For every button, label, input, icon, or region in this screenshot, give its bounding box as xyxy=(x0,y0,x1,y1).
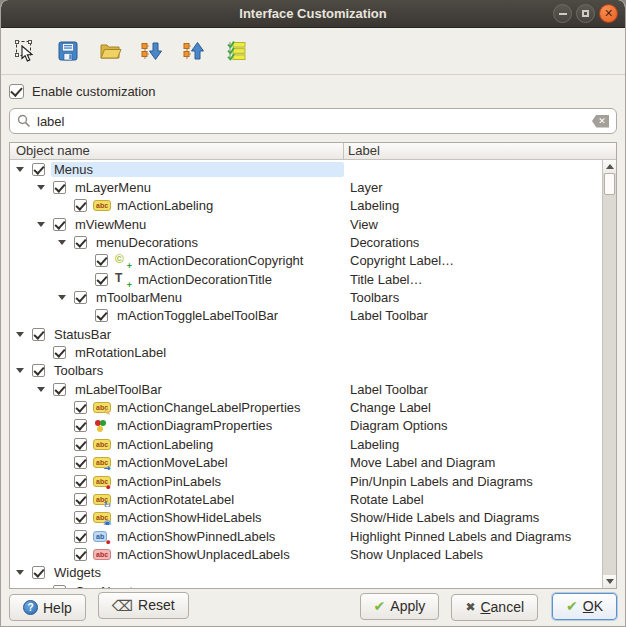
titlebar[interactable]: Interface Customization ✕ xyxy=(1,0,625,28)
tree-row[interactable]: menuDecorationsDecorations xyxy=(10,233,616,251)
row-checkbox[interactable] xyxy=(53,181,66,194)
catch-widgets-button[interactable] xyxy=(11,35,41,67)
row-checkbox[interactable] xyxy=(74,199,87,212)
scroll-down-icon[interactable] xyxy=(603,575,616,588)
row-checkbox[interactable] xyxy=(32,328,45,341)
search-input[interactable] xyxy=(37,114,586,129)
tree-row[interactable]: mLabelToolBarLabel Toolbar xyxy=(10,380,616,398)
scrollbar-thumb[interactable] xyxy=(604,173,615,195)
row-checkbox[interactable] xyxy=(32,163,45,176)
tree-row[interactable]: abc●mActionPinLabelsPin/Unpin Labels and… xyxy=(10,472,616,490)
tree-row[interactable]: mToolbarMenuToolbars xyxy=(10,288,616,306)
expander-icon[interactable] xyxy=(58,240,74,245)
select-all-button[interactable] xyxy=(221,35,251,67)
object-name[interactable]: mActionShowUnplacedLabels xyxy=(114,547,293,562)
row-checkbox[interactable] xyxy=(74,493,87,506)
tree-row[interactable]: ©+mActionDecorationCopyrightCopyright La… xyxy=(10,252,616,270)
minimize-icon[interactable] xyxy=(553,4,572,23)
object-name[interactable]: mActionLabeling xyxy=(114,198,216,213)
object-name[interactable]: mActionToggleLabelToolBar xyxy=(114,308,281,323)
object-name[interactable]: mActionShowHideLabels xyxy=(114,510,265,525)
object-name[interactable]: mActionDiagramProperties xyxy=(114,418,275,433)
save-customization-button[interactable] xyxy=(53,35,83,67)
tree-row[interactable]: mViewMenuView xyxy=(10,215,616,233)
expand-all-button[interactable] xyxy=(137,35,167,67)
row-checkbox[interactable] xyxy=(53,383,66,396)
vertical-scrollbar[interactable] xyxy=(602,160,616,588)
tree-row[interactable]: QgsAbout xyxy=(10,582,616,588)
tree-row[interactable]: ab●mActionShowPinnedLabelsHighlight Pinn… xyxy=(10,527,616,545)
row-checkbox[interactable] xyxy=(95,309,108,322)
object-name[interactable]: mRotationLabel xyxy=(72,345,169,360)
object-name[interactable]: Menus xyxy=(51,162,344,177)
tree-row[interactable]: mRotationLabel xyxy=(10,343,616,361)
ok-button[interactable]: ✔OK xyxy=(552,593,617,620)
object-name[interactable]: Toolbars xyxy=(51,363,106,378)
object-name[interactable]: mActionRotateLabel xyxy=(114,492,237,507)
reset-button[interactable]: ⌫Reset xyxy=(98,592,189,619)
object-name[interactable]: mActionDecorationTitle xyxy=(135,272,275,287)
expander-icon[interactable] xyxy=(58,295,74,300)
row-checkbox[interactable] xyxy=(74,401,87,414)
row-checkbox[interactable] xyxy=(74,291,87,304)
tree-row[interactable]: T+mActionDecorationTitleTitle Label… xyxy=(10,270,616,288)
tree-row[interactable]: mActionDiagramPropertiesDiagram Options xyxy=(10,417,616,435)
tree-row[interactable]: mLayerMenuLayer xyxy=(10,178,616,196)
object-name[interactable]: menuDecorations xyxy=(93,235,201,250)
object-name[interactable]: mActionShowPinnedLabels xyxy=(114,529,278,544)
object-name[interactable]: mActionLabeling xyxy=(114,437,216,452)
expander-icon[interactable] xyxy=(37,222,53,227)
row-checkbox[interactable] xyxy=(74,511,87,524)
expander-icon[interactable] xyxy=(37,387,53,392)
expander-icon[interactable] xyxy=(16,368,32,373)
tree-row[interactable]: abc↻mActionRotateLabelRotate Label xyxy=(10,490,616,508)
cancel-button[interactable]: ✖Cancel xyxy=(451,594,538,621)
row-checkbox[interactable] xyxy=(74,236,87,249)
tree-row[interactable]: Menus xyxy=(10,160,616,178)
row-checkbox[interactable] xyxy=(74,530,87,543)
load-customization-button[interactable] xyxy=(95,35,125,67)
object-name[interactable]: mActionPinLabels xyxy=(114,474,224,489)
expander-icon[interactable] xyxy=(37,185,53,190)
tree-row[interactable]: abcmActionShowUnplacedLabelsShow Unplace… xyxy=(10,545,616,563)
object-name[interactable]: mLabelToolBar xyxy=(72,382,165,397)
object-name[interactable]: Widgets xyxy=(51,565,104,580)
row-checkbox[interactable] xyxy=(53,346,66,359)
tree-row[interactable]: Toolbars xyxy=(10,362,616,380)
tree-row[interactable]: mActionToggleLabelToolBarLabel Toolbar xyxy=(10,307,616,325)
row-checkbox[interactable] xyxy=(95,273,108,286)
object-name[interactable]: mToolbarMenu xyxy=(93,290,185,305)
object-name[interactable]: mActionMoveLabel xyxy=(114,455,231,470)
row-checkbox[interactable] xyxy=(74,456,87,469)
tree-row[interactable]: abc➜mActionMoveLabelMove Label and Diagr… xyxy=(10,454,616,472)
row-checkbox[interactable] xyxy=(74,475,87,488)
row-checkbox[interactable] xyxy=(32,364,45,377)
expander-icon[interactable] xyxy=(16,332,32,337)
maximize-icon[interactable] xyxy=(576,4,595,23)
row-checkbox[interactable] xyxy=(53,218,66,231)
object-name[interactable]: mActionDecorationCopyright xyxy=(135,253,306,268)
clear-text-icon[interactable]: ✕ xyxy=(592,115,609,128)
column-header-object-name[interactable]: Object name xyxy=(10,143,344,159)
expander-icon[interactable] xyxy=(16,167,32,172)
expander-icon[interactable] xyxy=(16,570,32,575)
row-checkbox[interactable] xyxy=(53,585,66,588)
object-name[interactable]: mLayerMenu xyxy=(72,180,154,195)
row-checkbox[interactable] xyxy=(95,254,108,267)
tree-row[interactable]: abc◉mActionShowHideLabelsShow/Hide Label… xyxy=(10,509,616,527)
tree-row[interactable]: abcmActionLabelingLabeling xyxy=(10,435,616,453)
apply-button[interactable]: ✔Apply xyxy=(360,593,440,620)
row-checkbox[interactable] xyxy=(74,419,87,432)
close-icon[interactable]: ✕ xyxy=(599,4,618,23)
tree-row[interactable]: abcmActionLabelingLabeling xyxy=(10,197,616,215)
tree-row[interactable]: Widgets xyxy=(10,564,616,582)
tree-row[interactable]: StatusBar xyxy=(10,325,616,343)
column-header-label[interactable]: Label xyxy=(344,143,616,159)
collapse-all-button[interactable] xyxy=(179,35,209,67)
object-name[interactable]: StatusBar xyxy=(51,327,114,342)
scrollbar-track[interactable] xyxy=(603,195,616,575)
object-name[interactable]: QgsAbout xyxy=(72,584,136,588)
help-button[interactable]: ?Help xyxy=(9,594,86,621)
scroll-up-icon[interactable] xyxy=(603,160,616,173)
enable-customization-checkbox[interactable] xyxy=(9,84,24,99)
